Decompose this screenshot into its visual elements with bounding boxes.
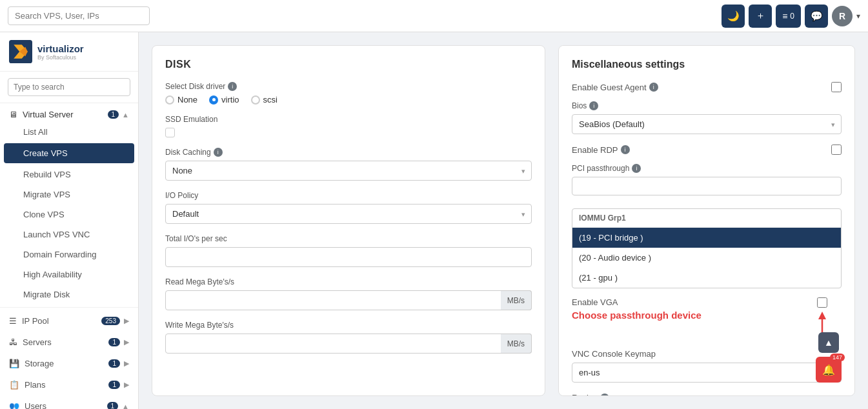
recipe-label: Recipe i [572, 393, 842, 396]
disk-caching-group: Disk Caching i None writeback writethrou… [165, 148, 532, 181]
total-io-input[interactable] [165, 247, 532, 267]
sidebar-item-list-all[interactable]: List All [0, 122, 138, 142]
virtual-server-group: 🖥 Virtual Server 1 ▲ List All Create VPS… [0, 103, 138, 308]
scroll-top-button[interactable]: ▲ [818, 332, 839, 353]
vnc-keymap-group: VNC Console Keymap en-us de fr es ja ▾ [572, 349, 842, 383]
messages-button[interactable]: 💬 [805, 5, 828, 28]
sidebar-item-launch-vps-vnc[interactable]: Launch VPS VNC [0, 224, 138, 244]
tasks-button[interactable]: ≡ 0 [776, 5, 801, 28]
content-area: DISK Select Disk driver i None [139, 32, 868, 409]
enable-guest-agent-checkbox[interactable] [831, 82, 842, 92]
enable-guest-agent-row: Enable Guest Agent i [572, 82, 842, 92]
write-mb-input[interactable] [165, 334, 532, 354]
virtual-server-label: 🖥 Virtual Server [9, 110, 74, 119]
read-mb-input[interactable] [165, 290, 532, 310]
ip-pool-icon: ☰ [9, 316, 17, 326]
read-mb-label: Read Mega Byte's/s [165, 277, 532, 286]
disk-panel: DISK Select Disk driver i None [152, 45, 545, 396]
svg-marker-4 [818, 312, 826, 319]
choose-passthrough-text: Choose passthrough device [572, 310, 701, 321]
topbar: 🌙 ＋ ≡ 0 💬 R ▾ [0, 0, 868, 32]
radio-virtio-circle [209, 95, 218, 105]
virtual-server-badge: 1 [108, 110, 119, 119]
select-disk-driver-group: Select Disk driver i None virtio [165, 82, 532, 105]
recipe-info-icon[interactable]: i [600, 394, 609, 397]
storage-icon: 💾 [9, 359, 19, 368]
users-badge: 1 [107, 402, 119, 409]
total-io-group: Total I/O's per sec [165, 234, 532, 267]
io-policy-group: I/O Policy Default native threads ▾ [165, 191, 532, 224]
sidebar-search-input[interactable] [8, 78, 130, 96]
ssd-emulation-group: SSD Emulation [165, 115, 532, 137]
pci-item-20[interactable]: (20 - Audio device ) [572, 248, 841, 268]
misc-panel-title: Miscellaneous settings [572, 59, 842, 70]
vnc-keymap-select[interactable]: en-us de fr es ja [572, 363, 842, 383]
guest-agent-info-icon[interactable]: i [649, 83, 658, 92]
total-io-label: Total I/O's per sec [165, 234, 532, 243]
storage-badge: 1 [108, 359, 120, 368]
sidebar-search-container [0, 72, 138, 103]
pci-passthrough-group: PCI passthrough i [572, 164, 842, 198]
radio-scsi[interactable]: scsi [251, 95, 278, 105]
bios-select[interactable]: SeaBios (Default) OVMF (UEFI) [572, 114, 842, 134]
select-disk-driver-label: Select Disk driver i [165, 82, 532, 91]
chevron-right-icon-servers: ▶ [124, 338, 129, 346]
plans-icon: 📋 [9, 380, 19, 390]
pci-passthrough-input[interactable] [572, 177, 842, 195]
sidebar-item-domain-forwarding[interactable]: Domain Forwarding [0, 244, 138, 264]
disk-caching-select-wrap: None writeback writethrough directsync u… [165, 161, 532, 181]
io-policy-select-wrap: Default native threads ▾ [165, 204, 532, 224]
dark-mode-toggle[interactable]: 🌙 [722, 5, 745, 28]
disk-caching-info-icon[interactable]: i [214, 148, 223, 157]
topbar-search-input[interactable] [8, 6, 150, 25]
enable-guest-agent-label: Enable Guest Agent i [572, 83, 658, 92]
ssd-emulation-checkbox[interactable] [165, 128, 175, 137]
sidebar-item-clone-vps[interactable]: Clone VPS [0, 204, 138, 224]
disk-caching-label: Disk Caching i [165, 148, 532, 157]
notifications-button[interactable]: 🔔 147 [816, 357, 842, 383]
sidebar-item-users[interactable]: 👥 Users 1 ▲ [0, 395, 138, 409]
virtual-server-header[interactable]: 🖥 Virtual Server 1 ▲ [0, 103, 138, 122]
sidebar-item-high-availability[interactable]: High Availability [0, 264, 138, 284]
sidebar-item-migrate-vps[interactable]: Migrate VPS [0, 185, 138, 204]
add-button[interactable]: ＋ [749, 5, 772, 28]
chevron-right-icon: ▶ [124, 317, 129, 325]
pci-item-19[interactable]: (19 - PCI bridge ) [572, 228, 841, 248]
iommu-grp-header: IOMMU Grp1 [572, 209, 841, 228]
chevron-up-icon: ▲ [122, 111, 129, 119]
sidebar-logo: virtualizor By Softaculous [0, 32, 138, 72]
virtualizor-logo-icon [9, 40, 32, 63]
rdp-info-icon[interactable]: i [621, 145, 630, 154]
bios-label: Bios i [572, 101, 842, 110]
pci-passthrough-label: PCI passthrough i [572, 164, 842, 173]
sidebar-item-ip-pool[interactable]: ☰ IP Pool 253 ▶ [0, 310, 138, 332]
enable-vga-label: Enable VGA [572, 297, 701, 307]
radio-none-circle [165, 95, 174, 105]
sidebar: virtualizor By Softaculous 🖥 Virtual Ser… [0, 32, 139, 409]
servers-badge: 1 [108, 338, 120, 346]
enable-vga-checkbox[interactable] [817, 297, 827, 308]
write-mb-group: Write Mega Byte's/s MB/s [165, 321, 532, 354]
select-disk-driver-info-icon[interactable]: i [228, 82, 237, 91]
sidebar-item-migrate-disk[interactable]: Migrate Disk [0, 284, 138, 304]
disk-caching-select[interactable]: None writeback writethrough directsync u… [165, 161, 532, 181]
read-mb-suffix: MB/s [501, 290, 532, 310]
sidebar-item-storage[interactable]: 💾 Storage 1 ▶ [0, 353, 138, 374]
pci-item-21[interactable]: (21 - gpu ) [572, 268, 841, 288]
bios-info-icon[interactable]: i [589, 101, 598, 110]
avatar[interactable]: R [832, 6, 853, 26]
radio-none[interactable]: None [165, 95, 197, 105]
write-mb-suffix: MB/s [501, 334, 532, 354]
enable-rdp-checkbox[interactable] [831, 145, 842, 155]
sidebar-item-create-vps[interactable]: Create VPS [4, 143, 134, 163]
chevron-right-icon-storage: ▶ [124, 359, 129, 368]
sidebar-item-rebuild-vps[interactable]: Rebuild VPS [0, 165, 138, 185]
io-policy-select[interactable]: Default native threads [165, 204, 532, 224]
sidebar-item-servers[interactable]: 🖧 Servers 1 ▶ [0, 332, 138, 353]
pci-passthrough-info-icon[interactable]: i [632, 164, 641, 173]
radio-virtio[interactable]: virtio [209, 95, 239, 105]
avatar-dropdown-arrow[interactable]: ▾ [856, 12, 860, 21]
sidebar-item-plans[interactable]: 📋 Plans 1 ▶ [0, 374, 138, 395]
users-icon: 👥 [9, 401, 19, 409]
misc-panel: Miscellaneous settings Enable Guest Agen… [558, 45, 855, 396]
